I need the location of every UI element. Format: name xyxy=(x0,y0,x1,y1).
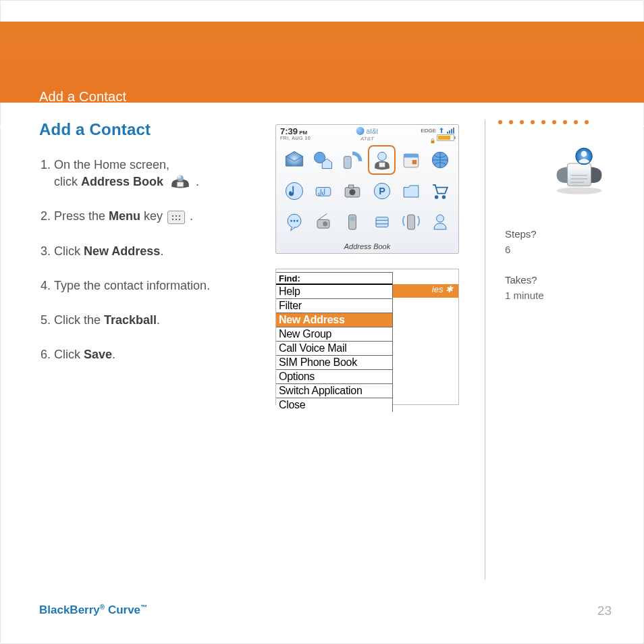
parking-icon: P xyxy=(368,176,396,206)
radio-icon xyxy=(309,207,337,237)
svg-point-12 xyxy=(289,192,292,196)
svg-point-11 xyxy=(286,182,302,199)
menu-item-help: Help xyxy=(276,285,392,299)
menu-item-filter: Filter xyxy=(276,299,392,313)
camera-icon xyxy=(339,176,367,206)
svg-rect-6 xyxy=(379,163,385,167)
signal-indicator: EDGE xyxy=(421,127,454,134)
menu-item-new-address: New Address xyxy=(276,313,392,327)
person-icon xyxy=(427,207,454,237)
svg-rect-28 xyxy=(350,217,355,221)
menu-item-new-group: New Group xyxy=(276,327,392,342)
im-icon xyxy=(280,207,308,237)
svg-rect-30 xyxy=(408,215,415,230)
meta-takes: Takes? 1 minute xyxy=(505,273,544,303)
header-title: Add a Contact xyxy=(39,89,126,105)
device-icon-grid: P xyxy=(280,145,454,237)
meta-steps-label: Steps? xyxy=(505,227,537,242)
meta-steps: Steps? 6 xyxy=(505,227,537,257)
step-5-text-a: Click the xyxy=(54,313,104,327)
device-clock: 7:39 PM xyxy=(280,127,311,136)
svg-point-0 xyxy=(177,176,184,182)
step-3-bold: New Address xyxy=(84,244,160,258)
cart-icon xyxy=(427,176,454,206)
svg-rect-29 xyxy=(376,217,388,227)
step-6: Click Save. xyxy=(54,346,270,363)
phone-icon xyxy=(339,145,367,175)
carrier-sub: AT&T xyxy=(360,136,374,142)
signal-app-icon xyxy=(397,207,425,237)
contact-card-icon xyxy=(549,142,609,196)
device-home-screenshot: 7:39 PM FRI, AUG 10 at&t AT&T EDGE P xyxy=(275,124,459,254)
menu-key-icon xyxy=(167,211,185,224)
svg-rect-4 xyxy=(344,157,352,169)
step-4: Type the contact information. xyxy=(54,277,270,294)
step-1-bold: Address Book xyxy=(81,175,163,188)
step-2: Press the Menu key . xyxy=(54,208,270,225)
svg-point-5 xyxy=(377,152,386,161)
svg-point-38 xyxy=(581,151,587,157)
device-icon xyxy=(339,207,367,237)
svg-point-32 xyxy=(557,187,602,194)
menu-item-options: Options xyxy=(276,370,392,384)
svg-point-22 xyxy=(290,220,292,222)
svg-point-15 xyxy=(350,189,356,195)
page-number: 23 xyxy=(597,603,612,618)
svg-rect-1 xyxy=(177,182,184,187)
document-page: Add a Contact Add a Contact On the Home … xyxy=(0,0,644,644)
svg-text:P: P xyxy=(379,186,385,196)
step-5: Click the Trackball. xyxy=(54,312,270,329)
device-menu-screenshot: ies ✱ Find: Help Filter New Address New … xyxy=(275,269,459,405)
music-icon xyxy=(280,176,308,206)
battery-icon xyxy=(437,134,454,141)
menu-item-switch-app: Switch Application xyxy=(276,384,392,398)
svg-point-26 xyxy=(323,221,327,226)
svg-rect-2 xyxy=(431,140,435,143)
carrier-logo: at&t xyxy=(356,127,379,135)
decorative-dots xyxy=(498,120,589,124)
header-band: Add a Contact xyxy=(0,23,644,103)
meta-steps-value: 6 xyxy=(505,242,537,258)
menu-item-call-voicemail: Call Voice Mail xyxy=(276,342,392,356)
step-2-text-a: Press the xyxy=(54,209,109,223)
svg-rect-8 xyxy=(404,154,419,157)
svg-rect-9 xyxy=(412,160,417,164)
step-6-text-a: Click xyxy=(54,348,84,361)
step-2-bold: Menu xyxy=(109,209,140,223)
svg-point-19 xyxy=(435,195,438,198)
calendar-icon xyxy=(397,145,425,175)
svg-point-23 xyxy=(293,220,295,222)
device-caption: Address Book xyxy=(276,242,458,250)
meta-takes-value: 1 minute xyxy=(505,288,544,304)
globe-mail-icon xyxy=(309,145,337,175)
sidebar-divider xyxy=(485,120,485,579)
media-icon xyxy=(309,176,337,206)
step-4-text: Type the contact information. xyxy=(54,279,210,292)
address-book-icon xyxy=(169,173,191,189)
lock-icon xyxy=(430,134,435,140)
step-3-text-a: Click xyxy=(54,244,84,258)
menu-find: Find: xyxy=(276,273,392,285)
step-5-bold: Trackball xyxy=(104,313,157,327)
browser-icon xyxy=(427,145,454,175)
menu-item-close: Close xyxy=(276,398,392,412)
step-3: Click New Address. xyxy=(54,243,270,260)
menu-list: Find: Help Filter New Address New Group … xyxy=(276,272,393,412)
folder-icon xyxy=(397,176,425,206)
footer-brand: BlackBerry® Curve™ xyxy=(39,603,147,617)
step-2-text-b: key xyxy=(144,209,166,223)
device-date: FRI, AUG 10 xyxy=(280,136,311,140)
step-1-text-b: click xyxy=(54,175,81,188)
menu-item-sim-phonebook: SIM Phone Book xyxy=(276,356,392,370)
step-2-period: . xyxy=(190,209,193,223)
step-1-period: . xyxy=(196,175,199,188)
svg-rect-16 xyxy=(349,185,354,188)
settings-icon xyxy=(368,207,396,237)
step-1-text-a: On the Home screen, xyxy=(54,158,169,171)
address-book-app-icon xyxy=(368,145,396,175)
step-1: On the Home screen, click Address Book . xyxy=(54,157,270,190)
meta-takes-label: Takes? xyxy=(505,273,544,288)
svg-point-20 xyxy=(442,195,446,198)
mail-icon xyxy=(280,145,308,175)
svg-point-24 xyxy=(296,220,298,222)
